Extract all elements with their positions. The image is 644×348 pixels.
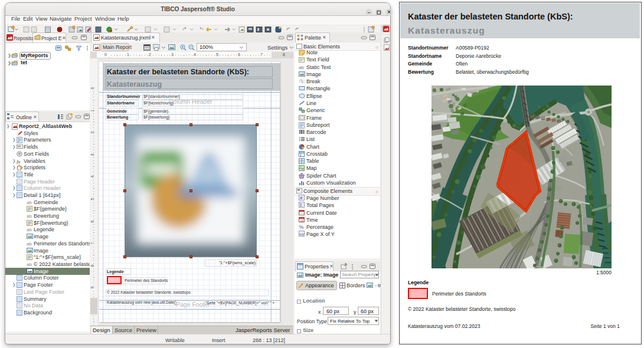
- svg-text:Σ: Σ: [300, 202, 303, 208]
- svg-text:ab: ab: [27, 241, 32, 247]
- svg-text:fx: fx: [17, 159, 21, 165]
- svg-text:#: #: [300, 195, 303, 201]
- svg-text:x/y: x/y: [299, 232, 304, 236]
- svg-text:ab: ab: [299, 65, 304, 70]
- svg-text:ab: ab: [27, 227, 32, 232]
- svg-text:12: 12: [300, 219, 304, 222]
- svg-text:%: %: [299, 224, 304, 230]
- svg-text:ab: ab: [27, 214, 32, 219]
- svg-text:ab: ab: [27, 262, 32, 267]
- svg-text:ab: ab: [27, 200, 32, 205]
